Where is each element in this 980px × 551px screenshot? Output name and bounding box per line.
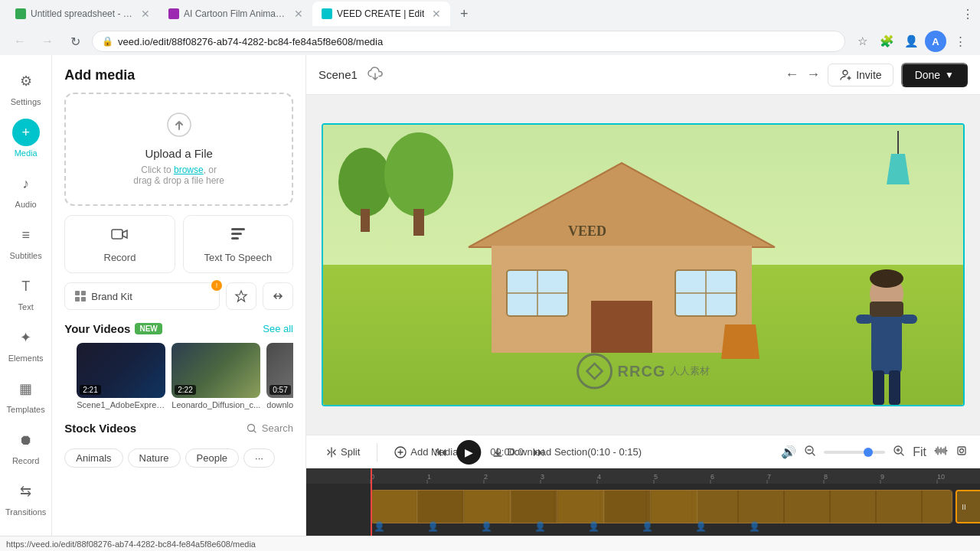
- settings-icon: ⚙: [20, 73, 32, 90]
- menu-button[interactable]: ⋮: [949, 31, 971, 52]
- svg-point-10: [843, 70, 848, 75]
- text-icon-circle: T: [12, 272, 40, 300]
- sidebar-item-audio[interactable]: ♪ Audio: [0, 164, 51, 215]
- sidebar-label-templates: Templates: [7, 405, 45, 414]
- main-area: Scene1 ← → Invite: [306, 55, 980, 536]
- tab-close-3[interactable]: ✕: [432, 8, 441, 20]
- svg-rect-3: [231, 233, 242, 235]
- zoom-out-button[interactable]: [804, 445, 816, 460]
- stock-tag-more[interactable]: ···: [243, 448, 275, 468]
- sidebar-item-elements[interactable]: ✦ Elements: [0, 318, 51, 369]
- stock-videos-section: Stock Videos Search Animals Nature Peopl…: [52, 422, 305, 477]
- tab-close-1[interactable]: ✕: [141, 8, 150, 20]
- stock-tag-people[interactable]: People: [185, 448, 239, 468]
- bookmark-button[interactable]: ☆: [851, 31, 873, 52]
- brand-icon-2[interactable]: [226, 282, 256, 310]
- sidebar-item-settings[interactable]: ⚙ Settings: [0, 61, 51, 112]
- tab-overflow-button[interactable]: ⋮: [962, 7, 974, 21]
- done-button[interactable]: Done ▼: [901, 63, 968, 87]
- sidebar-item-templates[interactable]: ▦ Templates: [0, 369, 51, 420]
- stock-tag-animals[interactable]: Animals: [64, 448, 122, 468]
- zoom-in-button[interactable]: [893, 445, 905, 460]
- skip-back-button[interactable]: ⏮: [435, 445, 447, 459]
- svg-point-23: [870, 269, 903, 288]
- add-media-icon: [394, 446, 407, 458]
- toolbar-separator-1: [377, 443, 377, 461]
- profile-button[interactable]: 👤: [900, 31, 922, 52]
- sidebar: ⚙ Settings + Media ♪ Audio ≡ Subtitles T: [0, 55, 52, 536]
- lock-icon: 🔒: [102, 36, 113, 47]
- zoom-thumb[interactable]: [864, 448, 873, 457]
- upload-area[interactable]: Upload a File Click to browse, or drag &…: [64, 93, 293, 206]
- undo-button[interactable]: ←: [785, 67, 799, 83]
- subtitles-icon: ≡: [21, 227, 30, 243]
- back-button[interactable]: ←: [9, 31, 31, 52]
- fullscreen-icon[interactable]: [956, 445, 968, 460]
- tts-option-label: Text To Speech: [204, 252, 272, 263]
- redo-button[interactable]: →: [806, 67, 820, 83]
- watermark-logo: [577, 353, 613, 390]
- svg-rect-25: [873, 370, 884, 405]
- video-item-2[interactable]: 2:22 Leonardo_Diffusion_c...: [172, 343, 260, 409]
- tts-option-icon: [229, 225, 247, 247]
- video-item-3[interactable]: 0:57 download (1: [266, 343, 293, 409]
- svg-text:👤: 👤: [427, 520, 439, 532]
- invite-button[interactable]: Invite: [828, 64, 893, 86]
- svg-text:1: 1: [427, 473, 431, 481]
- sidebar-item-text[interactable]: T Text: [0, 266, 51, 318]
- record-option[interactable]: Record: [64, 215, 175, 273]
- video-duration-1: 2:21: [80, 385, 100, 395]
- sidebar-item-transitions[interactable]: ⇆ Transitions: [0, 471, 51, 523]
- zoom-slider[interactable]: [824, 451, 885, 454]
- invite-icon: [839, 69, 851, 81]
- stock-tag-nature[interactable]: Nature: [128, 448, 181, 468]
- sidebar-item-media[interactable]: + Media: [0, 112, 51, 164]
- tab-label-1: Untitled spreadsheet - Googl...: [31, 8, 133, 19]
- invite-label: Invite: [856, 69, 881, 81]
- brand-icon-3[interactable]: [263, 282, 293, 310]
- svg-rect-4: [231, 237, 239, 240]
- skip-forward-button[interactable]: ⏭: [533, 445, 545, 459]
- timeline-ruler: 0 1 2 3 4 5 6 7 8: [306, 468, 980, 484]
- svg-text:👤: 👤: [642, 520, 653, 532]
- clip-pause-left: ⏸: [960, 503, 968, 511]
- tts-option[interactable]: Text To Speech: [183, 215, 293, 273]
- sidebar-item-record[interactable]: ⏺ Record: [0, 420, 51, 471]
- stock-search-button[interactable]: Search: [247, 422, 293, 434]
- tab-close-2[interactable]: ✕: [294, 8, 303, 20]
- svg-text:👤: 👤: [588, 520, 599, 532]
- see-all-button[interactable]: See all: [263, 323, 293, 334]
- settings-icon-circle: ⚙: [12, 67, 40, 95]
- video-thumb-2[interactable]: 2:22: [172, 343, 260, 398]
- video-duration-2: 2:22: [175, 385, 195, 395]
- brand-kit-icon: [74, 290, 87, 302]
- transitions-icon-circle: ⇆: [12, 478, 40, 505]
- svg-rect-33: [958, 447, 965, 455]
- avatar[interactable]: A: [925, 31, 946, 52]
- brand-kit-button[interactable]: Brand Kit !: [64, 282, 220, 310]
- video-item-1[interactable]: 2:21 Scene1_AdobeExpres...: [77, 343, 165, 409]
- sidebar-item-subtitles[interactable]: ≡ Subtitles: [0, 215, 51, 266]
- forward-button[interactable]: →: [37, 31, 58, 52]
- tab-veed[interactable]: VEED CREATE | Edit ✕: [312, 2, 450, 26]
- volume-icon[interactable]: 🔊: [781, 445, 796, 459]
- tab-favicon-1: [15, 8, 26, 19]
- refresh-button[interactable]: ↻: [64, 31, 86, 52]
- browse-link[interactable]: browse: [174, 165, 204, 175]
- play-button[interactable]: ▶: [456, 440, 481, 465]
- video-thumb-1[interactable]: 2:21: [77, 343, 165, 398]
- new-tab-button[interactable]: +: [453, 3, 475, 24]
- left-panel: Add media Upload a File Click to browse,…: [52, 55, 306, 536]
- tab-spreadsheet[interactable]: Untitled spreadsheet - Googl... ✕: [6, 2, 159, 26]
- extension-button[interactable]: 🧩: [876, 31, 897, 52]
- split-button[interactable]: Split: [318, 442, 368, 461]
- video-thumb-3[interactable]: 0:57: [266, 343, 293, 398]
- cloud-save-icon[interactable]: [367, 64, 384, 85]
- url-bar[interactable]: 🔒 veed.io/edit/88f08276-ab74-4282-bc84-f…: [92, 31, 845, 52]
- svg-rect-6: [81, 291, 86, 295]
- fit-button[interactable]: Fit: [913, 445, 926, 459]
- character-svg: [848, 252, 925, 405]
- waveform-icon[interactable]: [934, 445, 948, 459]
- tab-cartoon[interactable]: AI Cartoon Film Animation - C... ✕: [159, 2, 312, 26]
- audio-icon-circle: ♪: [12, 170, 40, 197]
